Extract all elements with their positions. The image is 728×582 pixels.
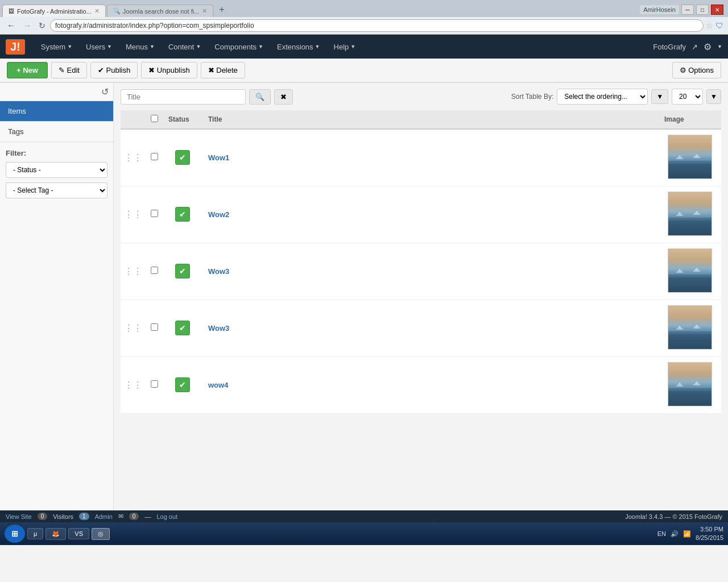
nav-item-menus[interactable]: Menus▼ (119, 38, 162, 56)
address-bar[interactable] (50, 19, 704, 32)
new-tab-btn[interactable]: + (214, 2, 229, 17)
tab-favicon: 🖼 (9, 8, 14, 14)
reload-btn[interactable]: ↻ (36, 20, 48, 31)
sort-direction-btn[interactable]: ▼ (651, 89, 668, 104)
select-all-checkbox[interactable] (151, 115, 158, 122)
items-table: Status Title Image ⋮⋮ ✔ Wow1 (121, 110, 721, 414)
back-btn[interactable]: ← (5, 19, 18, 32)
status-cell: ✔ (163, 243, 202, 300)
search-clear-button[interactable]: ✖ (274, 89, 293, 105)
close-btn[interactable]: ✕ (711, 5, 723, 15)
tab-close-icon[interactable]: ✕ (94, 7, 100, 15)
item-title-link[interactable]: Wow3 (208, 324, 229, 332)
start-button[interactable]: ⊞ (5, 525, 25, 543)
col-checkbox-header[interactable] (146, 110, 163, 129)
time-display: 3:50 PM (696, 525, 723, 534)
per-page-select[interactable]: 20 10 50 100 (672, 89, 703, 105)
item-title-link[interactable]: Wow3 (208, 267, 229, 276)
row-checkbox[interactable] (151, 323, 158, 331)
tab-active[interactable]: 🖼 FotoGrafy - Administratio... ✕ (2, 5, 106, 17)
drag-handle[interactable]: ⋮⋮ (124, 210, 142, 219)
nav-item-components[interactable]: Components▼ (208, 38, 270, 56)
sort-select[interactable]: Select the ordering... Title Status ID (557, 89, 648, 105)
settings-icon[interactable]: ⚙ (704, 41, 712, 52)
table-row: ⋮⋮ ✔ wow4 (121, 356, 721, 413)
row-checkbox[interactable] (151, 267, 158, 274)
nav-item-content[interactable]: Content▼ (162, 38, 208, 56)
edit-button[interactable]: ✎ Edit (51, 62, 87, 78)
status-published-badge[interactable]: ✔ (175, 377, 190, 392)
title-cell: Wow2 (202, 186, 659, 243)
item-image (668, 192, 712, 236)
checkbox-cell (146, 356, 163, 413)
main-container: ↺ Items Tags Filter: - Status - Publishe… (0, 83, 728, 510)
drag-handle[interactable]: ⋮⋮ (124, 267, 142, 276)
title-cell: Wow3 (202, 300, 659, 356)
status-published-badge[interactable]: ✔ (175, 264, 190, 278)
item-image (668, 248, 712, 293)
sidebar-toggle[interactable]: ↺ (0, 83, 113, 101)
sidebar: ↺ Items Tags Filter: - Status - Publishe… (0, 83, 114, 510)
nav-item-system[interactable]: System▼ (34, 38, 79, 56)
status-cell: ✔ (163, 356, 202, 413)
unpublish-button[interactable]: ✖ Unpublish (141, 62, 197, 78)
nav-item-extensions[interactable]: Extensions▼ (270, 38, 327, 56)
star-btn[interactable]: ☆ (706, 21, 713, 30)
drag-handle[interactable]: ⋮⋮ (124, 153, 142, 163)
logout-link[interactable]: Log out (156, 513, 177, 520)
row-checkbox[interactable] (151, 210, 158, 217)
options-button[interactable]: ⚙ Options (672, 62, 721, 78)
svg-rect-9 (668, 218, 712, 223)
tab-inactive[interactable]: 🔍 Joomla search dose not fi... ✕ (107, 5, 214, 17)
visitors-label: Visitors (53, 513, 73, 520)
clock: 3:50 PM 8/25/2015 (696, 525, 723, 543)
sidebar-item-tags[interactable]: Tags (0, 122, 113, 142)
search-button[interactable]: 🔍 (249, 89, 271, 105)
joomla-nav-menu: System▼ Users▼ Menus▼ Content▼ Component… (34, 38, 653, 56)
taskbar-app-vs[interactable]: VS (68, 528, 89, 539)
tag-filter[interactable]: - Select Tag - Nature Urban Portrait (6, 182, 107, 198)
taskbar-app-utorrent[interactable]: μ (27, 528, 43, 539)
settings-dropdown-icon[interactable]: ▼ (717, 44, 722, 49)
status-published-badge[interactable]: ✔ (175, 321, 190, 335)
item-title-link[interactable]: Wow1 (208, 153, 229, 162)
row-checkbox[interactable] (151, 153, 158, 160)
drag-cell: ⋮⋮ (121, 243, 146, 300)
nav-item-help[interactable]: Help▼ (327, 38, 363, 56)
tab-label: FotoGrafy - Administratio... (17, 8, 92, 15)
svg-rect-23 (668, 331, 712, 337)
col-drag-header (121, 110, 146, 129)
window-controls: AmirHosein ─ □ ✕ (640, 5, 726, 15)
site-name: FotoGrafy (653, 43, 686, 51)
drag-handle[interactable]: ⋮⋮ (124, 323, 142, 333)
status-published-badge[interactable]: ✔ (175, 207, 190, 222)
tab2-close-icon[interactable]: ✕ (202, 7, 207, 15)
language-indicator: EN (657, 530, 666, 537)
tab2-label: Joomla search dose not fi... (123, 8, 200, 15)
item-title-link[interactable]: Wow2 (208, 210, 229, 219)
admin-link[interactable]: Admin (95, 513, 113, 520)
per-page-btn[interactable]: ▼ (706, 89, 721, 104)
view-site-link[interactable]: View Site (6, 513, 32, 520)
taskbar-app-firefox[interactable]: 🦊 (46, 528, 66, 540)
delete-button[interactable]: ✖ Delete (201, 62, 245, 78)
forward-btn[interactable]: → (20, 19, 34, 32)
restore-btn[interactable]: □ (696, 5, 709, 15)
row-checkbox[interactable] (151, 380, 158, 388)
item-title-link[interactable]: wow4 (208, 381, 228, 389)
sidebar-item-items[interactable]: Items (0, 101, 113, 122)
status-filter[interactable]: - Status - Published Unpublished Trashed (6, 162, 107, 178)
search-input[interactable] (121, 89, 246, 105)
new-button[interactable]: + New (7, 62, 48, 78)
publish-button[interactable]: ✔ Publish (90, 62, 138, 78)
external-link-icon[interactable]: ↗ (692, 43, 698, 51)
taskbar-app-chrome[interactable]: ◎ (92, 528, 110, 540)
status-published-badge[interactable]: ✔ (175, 150, 190, 165)
drag-handle[interactable]: ⋮⋮ (124, 380, 142, 390)
checkbox-cell (146, 300, 163, 356)
table-row: ⋮⋮ ✔ Wow3 (121, 300, 721, 356)
minimize-btn[interactable]: ─ (681, 5, 694, 15)
nav-item-users[interactable]: Users▼ (79, 38, 119, 56)
filter-label: Filter: (6, 149, 107, 157)
messages-count: 0 (129, 513, 139, 520)
